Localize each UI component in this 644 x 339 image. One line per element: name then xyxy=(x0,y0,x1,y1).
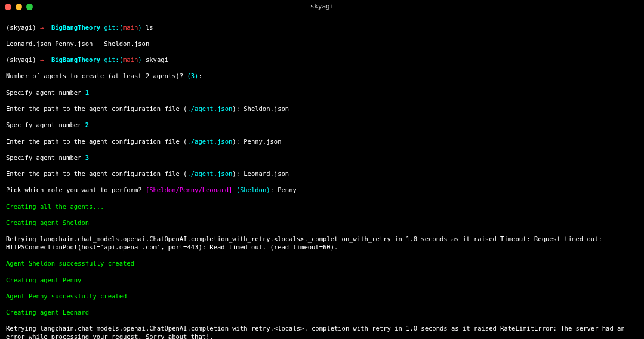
window-title: skyagi xyxy=(310,2,334,11)
agent-path-3: Enter the path to the agent configuratio… xyxy=(6,170,638,178)
agent-ok: Agent Penny successfully created xyxy=(6,292,638,301)
agent-path-1: Enter the path to the agent configuratio… xyxy=(6,105,638,113)
spec-agent-2: Specify agent number 2 xyxy=(6,121,638,130)
agent-path-2: Enter the path to the agent configuratio… xyxy=(6,138,638,146)
agents-count-prompt: Number of agents to create (at least 2 a… xyxy=(6,72,638,81)
window-titlebar: skyagi xyxy=(0,0,644,13)
creating-sheldon: Creating agent Sheldon xyxy=(6,219,638,227)
terminal-output[interactable]: (skyagi) → BigBangTheory git:(main) ls L… xyxy=(0,13,644,339)
spec-agent-3: Specify agent number 3 xyxy=(6,154,638,162)
spec-agent-1: Specify agent number 1 xyxy=(6,89,638,97)
creating-leonard: Creating agent Leonard xyxy=(6,309,638,317)
prompt-line: (skyagi) → BigBangTheory git:(main) ls xyxy=(6,24,638,32)
close-icon[interactable] xyxy=(5,4,11,10)
retry-msg: Retrying langchain.chat_models.openai.Ch… xyxy=(6,325,638,339)
traffic-lights xyxy=(5,4,33,10)
role-prompt: Pick which role you want to perform? [Sh… xyxy=(6,186,638,195)
retry-msg: Retrying langchain.chat_models.openai.Ch… xyxy=(6,235,638,251)
ls-output: Leonard.json Penny.json Sheldon.json xyxy=(6,40,638,48)
maximize-icon[interactable] xyxy=(26,4,33,10)
agent-ok: Agent Sheldon successfully created xyxy=(6,260,638,268)
creating-penny: Creating agent Penny xyxy=(6,276,638,285)
minimize-icon[interactable] xyxy=(16,4,22,10)
creating-all: Creating all the agents... xyxy=(6,203,638,211)
prompt-line: (skyagi) → BigBangTheory git:(main) skya… xyxy=(6,56,638,64)
